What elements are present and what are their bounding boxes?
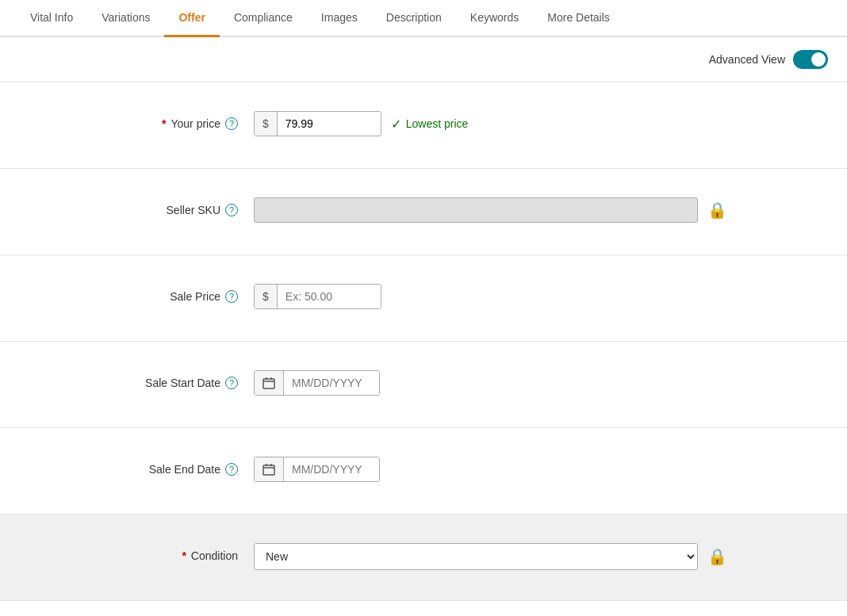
your-price-row: * Your price ? $ ✓ Lowest price <box>0 101 847 149</box>
nav-images[interactable]: Images <box>307 0 372 37</box>
sale-end-date-row: Sale End Date ? <box>0 447 847 495</box>
your-price-help-icon[interactable]: ? <box>225 117 238 130</box>
your-price-required: * <box>162 117 166 130</box>
condition-required: * <box>182 549 186 562</box>
nav-more-details[interactable]: More Details <box>533 0 624 37</box>
your-price-control: $ ✓ Lowest price <box>254 111 815 136</box>
seller-sku-input[interactable] <box>254 197 698 223</box>
condition-row: * Condition New Used - Like New Used - V… <box>0 534 847 581</box>
seller-sku-help-icon[interactable]: ? <box>225 204 238 216</box>
toggle-track <box>793 50 828 69</box>
sale-end-date-label-col: Sale End Date ? <box>32 457 254 476</box>
seller-sku-label: Seller SKU <box>167 204 220 216</box>
nav-compliance[interactable]: Compliance <box>220 0 307 37</box>
condition-note-section: Condition Note ? <box>0 601 847 616</box>
sale-price-input-group: $ <box>254 284 381 309</box>
seller-sku-control: 🔒 <box>254 197 815 223</box>
sale-start-date-help-icon[interactable]: ? <box>225 377 238 389</box>
sale-end-date-input[interactable] <box>284 457 379 481</box>
seller-sku-row: Seller SKU ? 🔒 <box>0 188 847 235</box>
sale-end-date-calendar-icon[interactable] <box>255 457 284 481</box>
sale-end-date-label: Sale End Date <box>149 463 220 476</box>
seller-sku-label-col: Seller SKU ? <box>32 197 254 216</box>
lowest-price-label: Lowest price <box>406 117 469 130</box>
your-price-input[interactable] <box>278 112 381 136</box>
top-navigation: Vital Info Variations Offer Compliance I… <box>0 0 847 37</box>
nav-description[interactable]: Description <box>372 0 456 37</box>
nav-keywords[interactable]: Keywords <box>456 0 533 37</box>
sale-price-input[interactable] <box>278 285 381 308</box>
sale-start-date-calendar-icon[interactable] <box>255 371 284 395</box>
condition-section: * Condition New Used - Like New Used - V… <box>0 515 847 601</box>
your-price-currency: $ <box>255 112 278 136</box>
sale-end-date-control <box>254 457 815 482</box>
sale-price-section: Sale Price ? $ <box>0 255 847 342</box>
sale-start-date-section: Sale Start Date ? <box>0 342 847 428</box>
sale-start-date-label: Sale Start Date <box>145 377 220 389</box>
advanced-view-label: Advanced View <box>709 53 785 66</box>
sale-price-row: Sale Price ? $ <box>0 274 847 322</box>
sale-end-date-input-group <box>254 457 380 482</box>
your-price-label-col: * Your price ? <box>32 111 254 130</box>
advanced-view-toggle[interactable] <box>793 50 828 69</box>
condition-lock-icon[interactable]: 🔒 <box>707 547 727 566</box>
sale-start-date-input-group <box>254 370 380 396</box>
sale-price-label-col: Sale Price ? <box>32 284 254 303</box>
check-icon: ✓ <box>391 117 401 132</box>
lowest-price-badge: ✓ Lowest price <box>391 117 469 132</box>
sale-price-label: Sale Price <box>170 290 220 303</box>
sale-price-currency: $ <box>255 285 278 308</box>
sale-start-date-control <box>254 370 815 396</box>
sale-price-control: $ <box>254 284 815 309</box>
nav-variations[interactable]: Variations <box>87 0 164 37</box>
svg-rect-4 <box>263 465 274 475</box>
your-price-section: * Your price ? $ ✓ Lowest price <box>0 82 847 169</box>
your-price-label: Your price <box>171 117 220 130</box>
sale-end-date-section: Sale End Date ? <box>0 428 847 515</box>
toggle-thumb <box>811 52 826 67</box>
sale-start-date-row: Sale Start Date ? <box>0 361 847 408</box>
condition-label: Condition <box>191 549 238 562</box>
sale-start-date-input[interactable] <box>284 371 379 395</box>
condition-label-col: * Condition <box>32 543 254 562</box>
sale-start-date-label-col: Sale Start Date ? <box>32 370 254 389</box>
sale-end-date-help-icon[interactable]: ? <box>225 463 238 476</box>
nav-offer[interactable]: Offer <box>164 0 219 37</box>
nav-vital-info[interactable]: Vital Info <box>16 0 87 37</box>
sale-price-help-icon[interactable]: ? <box>225 290 238 303</box>
condition-select[interactable]: New Used - Like New Used - Very Good Use… <box>254 543 698 570</box>
your-price-input-group: $ <box>254 111 381 136</box>
advanced-view-bar: Advanced View <box>0 37 847 82</box>
condition-control: New Used - Like New Used - Very Good Use… <box>254 543 815 570</box>
seller-sku-section: Seller SKU ? 🔒 <box>0 169 847 255</box>
seller-sku-lock-icon[interactable]: 🔒 <box>707 201 727 220</box>
svg-rect-0 <box>263 379 274 388</box>
